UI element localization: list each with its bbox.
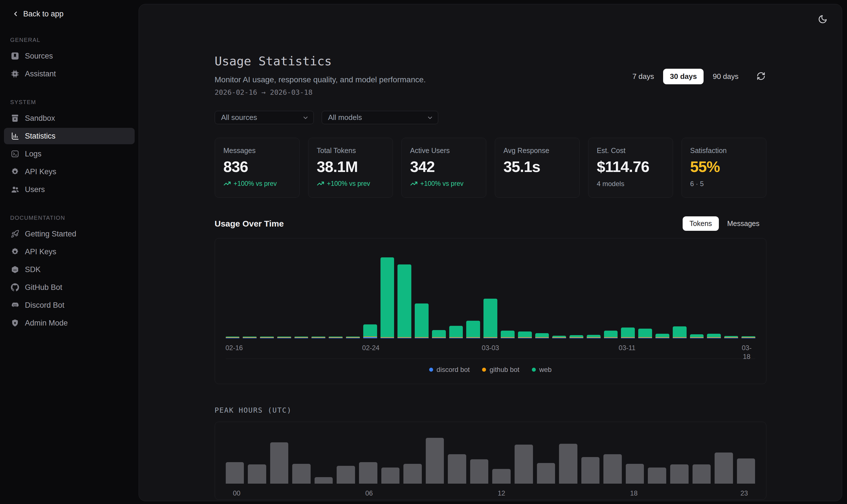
- usage-bar-02-22: [329, 337, 343, 338]
- sidebar-item-sources[interactable]: Sources: [4, 48, 135, 64]
- sidebar-item-getting-started[interactable]: Getting Started: [4, 226, 135, 242]
- peak-bar-09: [426, 438, 444, 484]
- peak-bar-08: [403, 464, 422, 484]
- usage-bar-segment-web: [466, 321, 480, 337]
- sidebar-item-admin-mode[interactable]: Admin Mode: [4, 315, 135, 331]
- stat-card-subtext: 6 · 5: [690, 180, 758, 188]
- peak-bar-16: [581, 457, 600, 484]
- usage-bar-segment-web: [587, 335, 600, 337]
- sidebar-item-statistics[interactable]: Statistics: [4, 128, 135, 144]
- range-button-7-days[interactable]: 7 days: [626, 69, 661, 84]
- peak-x-tick: 00: [233, 489, 240, 498]
- legend-item-web: web: [532, 366, 552, 374]
- usage-bar-02-27: [415, 304, 429, 338]
- stat-card-subtext: 4 models: [597, 180, 664, 188]
- usage-bar-segment-web: [518, 331, 532, 337]
- source-filter-select[interactable]: All sources: [215, 111, 314, 124]
- usage-bar-03-09: [587, 335, 600, 339]
- usage-bar-segment-web: [535, 333, 549, 337]
- usage-bar-segment-discord-bot: [724, 338, 738, 338]
- peak-hours-card: 0006121823: [215, 422, 767, 500]
- range-button-30-days[interactable]: 30 days: [663, 69, 704, 84]
- sidebar-item-api-keys[interactable]: API Keys: [4, 163, 135, 180]
- sidebar-section-documentation: DOCUMENTATIONGetting StartedAPI KeysSDKG…: [4, 215, 135, 331]
- usage-bar-02-25: [380, 257, 394, 339]
- usage-chart-legend: discord botgithub botweb: [226, 366, 755, 374]
- peak-bar-00: [226, 462, 244, 484]
- peak-bar-23: [737, 458, 755, 484]
- legend-label: discord bot: [436, 366, 470, 374]
- usage-toggle-messages[interactable]: Messages: [721, 216, 767, 231]
- github-icon: [11, 283, 19, 292]
- stat-card-active-users: Active Users342+100% vs prev: [401, 138, 486, 198]
- chip-sparkle-icon: [11, 70, 19, 78]
- moon-icon: [818, 14, 828, 24]
- usage-bar-02-23: [346, 337, 360, 338]
- sidebar-item-discord-bot[interactable]: Discord Bot: [4, 297, 135, 313]
- stat-card-delta: +100% vs prev: [410, 180, 477, 187]
- usage-bar-segment-discord-bot: [397, 338, 411, 338]
- usage-bar-03-12: [638, 329, 652, 338]
- usage-section-header: Usage Over Time TokensMessages: [215, 216, 767, 231]
- usage-bar-03-13: [655, 334, 669, 339]
- stat-card-value: 55%: [690, 159, 758, 175]
- usage-bar-segment-discord-bot: [484, 338, 497, 338]
- archive-download-icon: [11, 114, 19, 123]
- trending-up-icon: [410, 180, 418, 187]
- usage-chart-x-axis: 02-1602-2403-0303-1103- 18: [226, 343, 755, 354]
- usage-x-tick: 02-24: [362, 343, 379, 352]
- usage-x-tick: 03-11: [619, 343, 636, 352]
- sidebar-item-github-bot[interactable]: GitHub Bot: [4, 279, 135, 295]
- usage-bar-segment-web: [604, 331, 618, 337]
- theme-toggle-button[interactable]: [816, 13, 829, 26]
- usage-bar-02-21: [311, 337, 325, 338]
- stat-card-delta-text: +100% vs prev: [327, 180, 370, 187]
- model-filter-select[interactable]: All models: [322, 111, 438, 124]
- usage-bar-02-28: [432, 330, 446, 338]
- stat-card-value: 836: [223, 159, 291, 175]
- usage-bar-03-14: [673, 326, 687, 338]
- peak-bar-19: [648, 468, 666, 484]
- usage-bar-segment-discord-bot: [552, 338, 566, 338]
- usage-bar-segment-web: [501, 331, 515, 337]
- usage-bar-03-02: [466, 321, 480, 338]
- usage-bar-segment-discord-bot: [432, 338, 446, 338]
- usage-bar-segment-discord-bot: [741, 338, 755, 338]
- stat-card-messages: Messages836+100% vs prev: [215, 138, 300, 198]
- usage-bar-segment-discord-bot: [380, 338, 394, 338]
- sidebar-item-logs[interactable]: Logs: [4, 146, 135, 162]
- usage-bar-segment-web: [690, 334, 704, 337]
- usage-bar-segment-discord-bot: [604, 338, 618, 338]
- usage-bar-segment-discord-bot: [415, 338, 429, 338]
- refresh-button[interactable]: [756, 71, 767, 82]
- peak-bar-11: [470, 459, 489, 484]
- sidebar-item-api-keys[interactable]: API Keys: [4, 244, 135, 260]
- usage-bar-segment-discord-bot: [570, 338, 583, 338]
- usage-bar-segment-discord-bot: [518, 338, 532, 338]
- sidebar-item-sdk[interactable]: SDK: [4, 261, 135, 278]
- sidebar-item-label: Logs: [25, 150, 41, 158]
- usage-bar-segment-discord-bot: [638, 338, 652, 338]
- usage-bar-segment-discord-bot: [346, 338, 360, 338]
- legend-label: github bot: [489, 366, 519, 374]
- usage-toggle-tokens[interactable]: Tokens: [683, 216, 719, 231]
- sidebar-item-sandbox[interactable]: Sandbox: [4, 110, 135, 126]
- usage-bar-segment-web: [484, 299, 497, 337]
- range-button-90-days[interactable]: 90 days: [706, 69, 745, 84]
- usage-bar-03-08: [570, 335, 583, 339]
- legend-item-github-bot: github bot: [482, 366, 519, 374]
- page-header: Usage Statistics Monitor AI usage, respo…: [215, 54, 767, 97]
- back-to-app-button[interactable]: Back to app: [4, 8, 64, 20]
- peak-hours-plot: [226, 438, 755, 484]
- sidebar-item-users[interactable]: Users: [4, 181, 135, 198]
- usage-x-tick: 03- 18: [742, 343, 752, 361]
- sidebar-item-label: Admin Mode: [25, 319, 68, 327]
- sidebar-nav: GENERALSourcesAssistantSYSTEMSandboxStat…: [4, 37, 135, 331]
- usage-bar-02-20: [294, 337, 308, 338]
- usage-section-title: Usage Over Time: [215, 219, 284, 229]
- sidebar-item-assistant[interactable]: Assistant: [4, 66, 135, 82]
- usage-bar-02-26: [397, 265, 411, 338]
- legend-label: web: [539, 366, 552, 374]
- usage-bar-segment-web: [397, 265, 411, 337]
- usage-chart-card: 02-1602-2403-0303-1103- 18 discord botgi…: [215, 238, 767, 384]
